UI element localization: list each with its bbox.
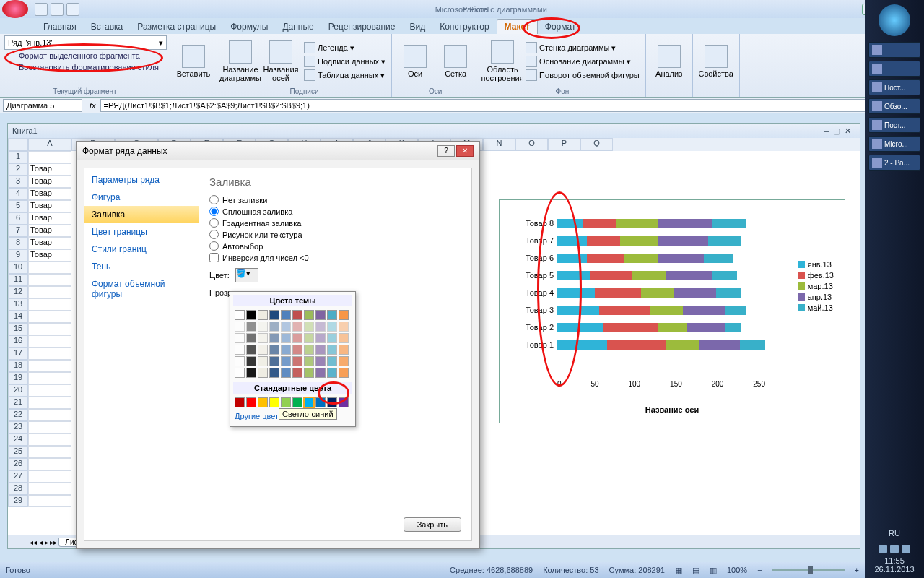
color-swatch[interactable] xyxy=(339,356,349,366)
color-swatch[interactable] xyxy=(327,322,337,332)
bar-segment[interactable] xyxy=(687,323,725,332)
dialog-close-x-button[interactable]: ✕ xyxy=(456,145,474,157)
color-swatch[interactable] xyxy=(246,368,256,378)
table-row[interactable]: 24 xyxy=(8,434,71,446)
table-row[interactable]: 22 xyxy=(8,409,71,421)
col-N[interactable]: N xyxy=(483,138,515,151)
row-header[interactable]: 10 xyxy=(8,262,28,274)
cell[interactable] xyxy=(28,409,71,421)
table-row[interactable]: 1 xyxy=(8,151,71,163)
color-swatch[interactable] xyxy=(246,356,256,366)
color-swatch[interactable] xyxy=(339,345,349,355)
select-all-corner[interactable] xyxy=(8,138,28,151)
color-swatch[interactable] xyxy=(269,368,279,378)
cell[interactable]: Товар xyxy=(28,225,71,237)
radio-no-fill[interactable] xyxy=(209,195,219,204)
bar-row[interactable]: Товар 1 xyxy=(557,336,765,353)
color-swatch[interactable] xyxy=(292,356,302,366)
table-row[interactable]: 12 xyxy=(8,286,71,298)
tab-formulas[interactable]: Формулы xyxy=(223,20,275,34)
color-swatch[interactable] xyxy=(281,333,291,343)
color-swatch[interactable] xyxy=(235,345,245,355)
insert-button[interactable]: Вставить xyxy=(175,35,212,87)
color-swatch[interactable] xyxy=(304,397,314,407)
table-row[interactable]: 20 xyxy=(8,384,71,397)
color-swatch[interactable] xyxy=(246,345,256,355)
table-row[interactable]: 7Товар xyxy=(8,225,71,237)
system-tray[interactable] xyxy=(879,545,910,553)
table-row[interactable]: 14 xyxy=(8,311,71,323)
taskbar-item[interactable] xyxy=(868,42,920,58)
table-row[interactable]: 2Товар xyxy=(8,163,71,176)
table-row[interactable]: 23 xyxy=(8,421,71,434)
bar-row[interactable]: Товар 6 xyxy=(557,249,765,267)
color-swatch[interactable] xyxy=(292,368,302,378)
nav-shadow[interactable]: Тень xyxy=(84,258,199,275)
bar-segment[interactable] xyxy=(725,306,746,315)
row-header[interactable]: 3 xyxy=(8,176,28,188)
bar-segment[interactable] xyxy=(557,236,587,246)
color-swatch[interactable] xyxy=(327,368,337,378)
cell[interactable]: Товар xyxy=(28,249,71,262)
taskbar-item[interactable]: Обзо... xyxy=(868,98,920,114)
color-swatch[interactable] xyxy=(281,356,291,366)
table-row[interactable]: 11 xyxy=(8,274,71,286)
color-swatch[interactable] xyxy=(281,368,291,378)
taskbar-item[interactable]: 2 - Pa... xyxy=(868,155,920,171)
cell[interactable] xyxy=(28,458,71,470)
color-swatch[interactable] xyxy=(315,345,326,355)
color-swatch[interactable] xyxy=(258,333,268,343)
cell[interactable] xyxy=(28,151,71,163)
color-swatch[interactable] xyxy=(269,333,279,343)
rotate-3d-button[interactable]: Поворот объемной фигуры xyxy=(524,69,641,82)
analysis-button[interactable]: Анализ xyxy=(650,35,688,87)
table-row[interactable]: 9Товар xyxy=(8,249,71,262)
chart-floor-button[interactable]: Основание диаграммы ▾ xyxy=(524,55,641,68)
color-swatch[interactable] xyxy=(281,345,291,355)
table-row[interactable]: 21 xyxy=(8,397,71,409)
taskbar-item[interactable]: Micro... xyxy=(868,136,920,152)
plot-area-button[interactable]: Область построения xyxy=(484,35,521,87)
yandex-icon[interactable] xyxy=(868,61,920,77)
nav-border-color[interactable]: Цвет границы xyxy=(84,223,199,241)
chart-element-selector[interactable]: Ряд "янв.13"▾ xyxy=(4,35,167,50)
tray-icon[interactable] xyxy=(890,545,899,553)
row-header[interactable]: 1 xyxy=(8,151,28,163)
table-row[interactable]: 5Товар xyxy=(8,200,71,212)
bar-row[interactable]: Товар 7 xyxy=(557,232,765,249)
axis-titles-button[interactable]: Названия осей xyxy=(262,35,300,87)
row-header[interactable]: 24 xyxy=(8,434,28,446)
table-row[interactable]: 6Товар xyxy=(8,212,71,225)
cell[interactable] xyxy=(28,335,71,348)
data-labels-button[interactable]: Подписи данных ▾ xyxy=(302,55,387,68)
color-swatch[interactable] xyxy=(327,356,337,366)
row-header[interactable]: 23 xyxy=(8,421,28,434)
color-swatch[interactable] xyxy=(315,333,326,343)
view-layout-icon[interactable]: ▤ xyxy=(692,566,699,575)
row-header[interactable]: 14 xyxy=(8,311,28,323)
undo-icon[interactable] xyxy=(51,3,64,16)
cell[interactable] xyxy=(28,298,71,311)
row-header[interactable]: 6 xyxy=(8,212,28,225)
cell[interactable] xyxy=(28,262,71,274)
color-swatch[interactable] xyxy=(235,333,245,343)
row-header[interactable]: 12 xyxy=(8,286,28,298)
color-swatch[interactable] xyxy=(304,345,314,355)
start-button[interactable] xyxy=(879,4,910,36)
color-swatch[interactable] xyxy=(304,322,314,332)
bar-segment[interactable] xyxy=(658,219,712,228)
nav-format-3d[interactable]: Формат объемной фигуры xyxy=(84,275,199,303)
row-header[interactable]: 15 xyxy=(8,323,28,335)
color-swatch[interactable] xyxy=(292,345,302,355)
table-row[interactable]: 18 xyxy=(8,360,71,372)
bar-segment[interactable] xyxy=(725,323,741,332)
row-header[interactable]: 2 xyxy=(8,163,28,176)
wb-minimize-icon[interactable]: – xyxy=(824,126,829,136)
radio-auto-fill[interactable] xyxy=(209,241,219,251)
table-row[interactable]: 16 xyxy=(8,335,71,348)
table-row[interactable]: 8Товар xyxy=(8,237,71,249)
bar-segment[interactable] xyxy=(699,340,741,350)
row-header[interactable]: 20 xyxy=(8,384,28,397)
x-axis-title[interactable]: Название оси xyxy=(645,405,699,414)
row-header[interactable]: 9 xyxy=(8,249,28,262)
